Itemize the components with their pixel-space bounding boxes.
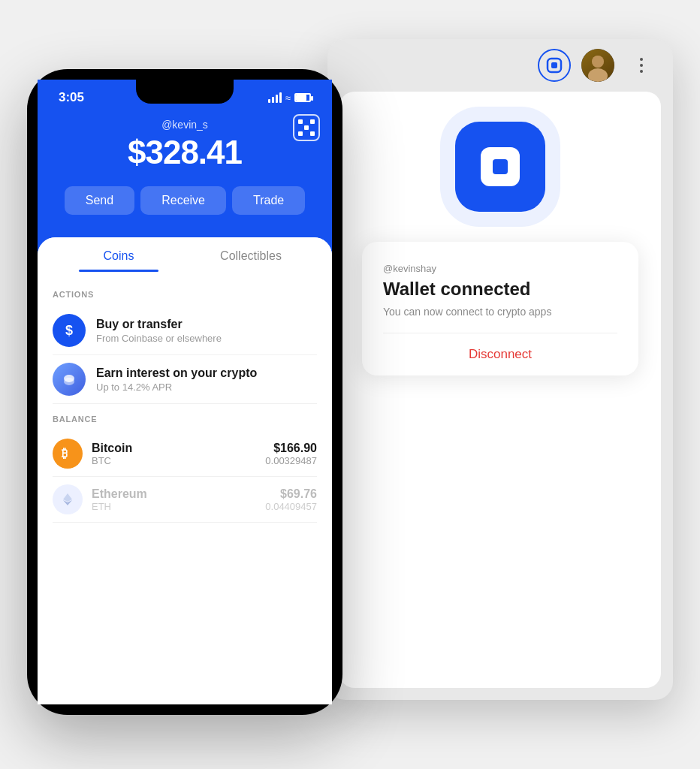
dots-icon — [640, 58, 643, 73]
tab-collectibles[interactable]: Collectibles — [185, 237, 317, 272]
phone-header: @kevin_s $328.41 Send Receive Trade — [38, 111, 332, 237]
battery-icon — [294, 93, 311, 102]
connected-username: @kevinshay — [383, 263, 617, 274]
signal-icon — [268, 92, 282, 103]
wallet-logo-square — [493, 159, 508, 174]
connected-card: @kevinshay Wallet connected You can now … — [362, 242, 638, 375]
avatar-image — [581, 49, 614, 82]
earn-interest-info: Earn interest on your crypto Up to 14.2%… — [96, 366, 257, 393]
connected-description: You can now connect to crypto apps — [383, 306, 617, 333]
bitcoin-info: Bitcoin BTC — [92, 442, 265, 466]
bitcoin-row[interactable]: ₿ Bitcoin BTC $166.90 0.00329487 — [53, 431, 317, 477]
balance-amount: $328.41 — [53, 134, 317, 171]
more-menu-button[interactable] — [625, 49, 658, 82]
send-button[interactable]: Send — [65, 186, 134, 215]
wallet-icon-button[interactable] — [538, 49, 571, 82]
trade-button[interactable]: Trade — [232, 186, 305, 215]
tab-bar: Coins Collectibles — [38, 237, 332, 272]
svg-marker-3 — [63, 493, 72, 502]
status-icons: ≈ — [268, 92, 311, 104]
phone-card: Coins Collectibles ACTIONS $ Buy or tran… — [38, 237, 332, 704]
browser-panel: @kevinshay Wallet connected You can now … — [327, 39, 673, 700]
card-content: ACTIONS $ Buy or transfer From Coinbase … — [38, 272, 332, 530]
action-buttons: Send Receive Trade — [53, 186, 317, 215]
qr-icon[interactable] — [293, 114, 320, 141]
ethereum-icon — [53, 484, 83, 514]
earn-icon — [53, 363, 86, 396]
ethereum-values: $69.76 0.04409457 — [265, 487, 317, 512]
buy-transfer-row[interactable]: $ Buy or transfer From Coinbase or elsew… — [53, 306, 317, 355]
buy-transfer-info: Buy or transfer From Coinbase or elsewhe… — [96, 318, 222, 344]
status-time: 3:05 — [59, 90, 84, 105]
svg-point-1 — [64, 375, 74, 382]
ethereum-info: Ethereum ETH — [92, 487, 265, 512]
wifi-icon: ≈ — [285, 92, 291, 104]
wallet-logo-inner — [481, 147, 520, 186]
disconnect-button[interactable]: Disconnect — [383, 333, 617, 375]
buy-icon: $ — [53, 314, 86, 347]
receive-button[interactable]: Receive — [140, 186, 226, 215]
actions-section-label: ACTIONS — [53, 290, 317, 299]
svg-point-8 — [588, 68, 608, 82]
svg-rect-6 — [551, 62, 557, 68]
user-avatar-button[interactable] — [581, 49, 614, 82]
bitcoin-icon: ₿ — [53, 439, 83, 469]
svg-text:₿: ₿ — [62, 447, 68, 460]
phone-notch — [136, 80, 234, 104]
earn-interest-row[interactable]: Earn interest on your crypto Up to 14.2%… — [53, 355, 317, 404]
ethereum-row[interactable]: Ethereum ETH $69.76 0.04409457 — [53, 477, 317, 523]
bitcoin-values: $166.90 0.00329487 — [265, 442, 317, 466]
connected-title: Wallet connected — [383, 279, 617, 300]
browser-body: @kevinshay Wallet connected You can now … — [339, 92, 661, 688]
tab-coins[interactable]: Coins — [53, 237, 185, 272]
svg-point-9 — [592, 56, 604, 68]
phone-frame: 3:05 ≈ — [27, 69, 342, 715]
browser-chrome — [327, 39, 673, 92]
wallet-logo — [455, 122, 545, 212]
balance-section-label: BALANCE — [53, 415, 317, 424]
username: @kevin_s — [53, 119, 317, 131]
